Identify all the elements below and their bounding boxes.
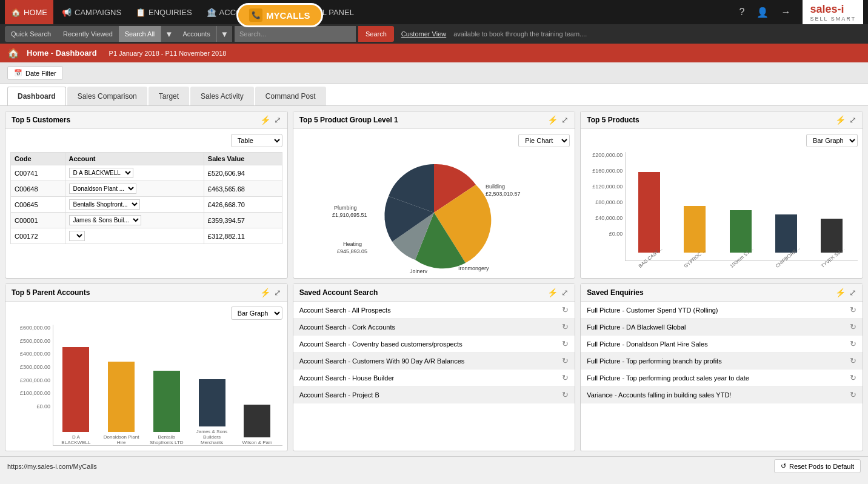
bar: CHIPBOARD T&... bbox=[765, 214, 807, 260]
saved-enquiries-pin-icon[interactable]: ⚡ bbox=[835, 288, 846, 297]
list-item[interactable]: Full Picture - Customer Spend YTD (Rolli… bbox=[581, 302, 863, 319]
account-select[interactable]: Bentalls Shopfront... bbox=[69, 199, 140, 210]
list-item[interactable]: Variance - Accounts falling in building … bbox=[581, 386, 863, 403]
refresh-icon[interactable]: ↻ bbox=[562, 390, 569, 399]
cell-account[interactable]: Donaldson Plant ... bbox=[65, 181, 204, 197]
account-select[interactable] bbox=[69, 231, 85, 241]
nav-item-campaigns[interactable]: 📢 CAMPAIGNS bbox=[56, 0, 127, 24]
list-item[interactable]: Account Search - Coventry based customer… bbox=[293, 336, 575, 353]
refresh-icon[interactable]: ↻ bbox=[850, 339, 856, 348]
logout-icon[interactable]: → bbox=[776, 7, 795, 18]
parentaccounts-pin-icon[interactable]: ⚡ bbox=[260, 288, 270, 297]
bar: D A BLACKWELL bbox=[56, 347, 96, 445]
user-icon[interactable]: 👤 bbox=[752, 7, 773, 18]
list-item[interactable]: Full Picture - Donaldson Plant Hire Sale… bbox=[581, 336, 863, 353]
list-item[interactable]: Account Search - Customers With 90 Day A… bbox=[293, 353, 575, 370]
list-item-label: Full Picture - Donaldson Plant Hire Sale… bbox=[587, 340, 707, 348]
customers-expand-icon[interactable]: ⤢ bbox=[274, 115, 281, 125]
top5-parent-accounts-pod: Top 5 Parent Accounts ⚡ ⤢ Bar Graph Pie … bbox=[5, 283, 288, 451]
refresh-icon[interactable]: ↻ bbox=[850, 305, 856, 314]
list-item[interactable]: Account Search - Project B ↻ bbox=[293, 386, 575, 403]
parentaccounts-chart-select[interactable]: Bar Graph Pie Chart Table bbox=[231, 307, 282, 320]
refresh-icon[interactable]: ↻ bbox=[562, 322, 569, 331]
y-label-6: £0.00 bbox=[609, 231, 623, 237]
training-text: available to book through the training t… bbox=[453, 30, 587, 38]
accounts-tab[interactable]: Accounts bbox=[177, 26, 216, 42]
home-icon: 🏠 bbox=[11, 8, 21, 17]
y-label-4: £80,000.00 bbox=[595, 199, 623, 205]
search-all-dropdown[interactable]: ▼ bbox=[161, 26, 176, 42]
saved-account-search-title: Saved Account Search bbox=[299, 288, 378, 297]
svg-text:£945,893.05: £945,893.05 bbox=[337, 248, 367, 254]
parentaccounts-expand-icon[interactable]: ⤢ bbox=[274, 288, 281, 297]
tab-command-post[interactable]: Command Post bbox=[255, 87, 326, 105]
accounts-dropdown[interactable]: ▼ bbox=[216, 26, 232, 42]
table-row[interactable]: C00645 Bentalls Shopfront... £426,668.70 bbox=[11, 197, 282, 213]
search-input[interactable] bbox=[235, 26, 356, 42]
breadcrumb-date: P1 January 2018 - P11 November 2018 bbox=[109, 50, 227, 57]
quick-search-tab[interactable]: Quick Search bbox=[5, 26, 57, 42]
cell-code: C00648 bbox=[11, 181, 65, 197]
reset-pods-button[interactable]: ↺ Reset Pods to Default bbox=[774, 459, 861, 473]
pa-y-6: £100,000.00 bbox=[20, 390, 50, 396]
customers-view-select[interactable]: Table Bar Graph Pie Chart bbox=[231, 134, 282, 147]
table-row[interactable]: C00741 D A BLACKWELL £520,606.94 bbox=[11, 165, 282, 181]
cell-account[interactable]: James & Sons Buil... bbox=[65, 213, 204, 228]
refresh-icon[interactable]: ↻ bbox=[562, 339, 569, 348]
tab-sales-activity[interactable]: Sales Activity bbox=[190, 87, 254, 105]
account-select[interactable]: D A BLACKWELL bbox=[69, 168, 133, 178]
saved-enquiries-expand-icon[interactable]: ⤢ bbox=[849, 288, 856, 297]
refresh-icon[interactable]: ↻ bbox=[562, 305, 569, 314]
search-all-tab[interactable]: Search All bbox=[119, 26, 161, 42]
list-item[interactable]: Full Picture - Top performing branch by … bbox=[581, 353, 863, 370]
customer-view-link[interactable]: Customer View bbox=[396, 30, 451, 38]
list-item-label: Account Search - Coventry based customer… bbox=[299, 340, 462, 348]
table-row[interactable]: C00001 James & Sons Buil... £359,394.57 bbox=[11, 213, 282, 228]
date-filter-button[interactable]: 📅 Date Filter bbox=[7, 66, 63, 80]
refresh-icon[interactable]: ↻ bbox=[562, 356, 569, 365]
list-item[interactable]: Full Picture - DA Blackwell Global ↻ bbox=[581, 319, 863, 336]
cell-value: £520,606.94 bbox=[204, 165, 282, 181]
nav-item-enquiries[interactable]: 📋 ENQUIRIES bbox=[130, 0, 198, 24]
list-item[interactable]: Full Picture - Top performing product sa… bbox=[581, 370, 863, 386]
recently-viewed-tab[interactable]: Recently Viewed bbox=[57, 26, 119, 42]
cell-account[interactable]: Bentalls Shopfront... bbox=[65, 197, 204, 213]
list-item[interactable]: Account Search - House Builder ↻ bbox=[293, 370, 575, 386]
products-pin-icon[interactable]: ⚡ bbox=[835, 115, 846, 125]
productgroup-expand-icon[interactable]: ⤢ bbox=[561, 115, 569, 125]
list-item[interactable]: Account Search - Cork Accounts ↻ bbox=[293, 319, 575, 336]
list-item-label: Full Picture - DA Blackwell Global bbox=[587, 323, 686, 331]
productgroup-pin-icon[interactable]: ⚡ bbox=[547, 115, 558, 125]
cell-account[interactable] bbox=[65, 228, 204, 244]
bar: Wilson & Pain bbox=[237, 405, 278, 445]
account-select[interactable]: Donaldson Plant ... bbox=[69, 184, 136, 194]
cell-value: £426,668.70 bbox=[204, 197, 282, 213]
y-label-2: £160,000.00 bbox=[592, 168, 623, 174]
y-label-1: £200,000.00 bbox=[592, 152, 623, 158]
refresh-icon[interactable]: ↻ bbox=[850, 356, 856, 365]
customers-pin-icon[interactable]: ⚡ bbox=[260, 115, 270, 125]
products-chart-select[interactable]: Bar Graph Pie Chart Table bbox=[806, 134, 858, 147]
saved-accounts-pin-icon[interactable]: ⚡ bbox=[547, 288, 558, 297]
saved-accounts-expand-icon[interactable]: ⤢ bbox=[561, 288, 569, 297]
nav-item-home[interactable]: 🏠 HOME bbox=[5, 0, 53, 24]
tab-target[interactable]: Target bbox=[149, 87, 189, 105]
products-expand-icon[interactable]: ⤢ bbox=[849, 115, 856, 125]
refresh-icon[interactable]: ↻ bbox=[850, 373, 856, 382]
search-button[interactable]: Search bbox=[358, 26, 394, 42]
productgroup-chart-select[interactable]: Pie Chart Bar Graph Table bbox=[518, 134, 570, 147]
refresh-icon[interactable]: ↻ bbox=[850, 390, 856, 399]
list-item[interactable]: Account Search - All Prospects ↻ bbox=[293, 302, 575, 319]
account-select[interactable]: James & Sons Buil... bbox=[69, 215, 141, 225]
tab-dashboard[interactable]: Dashboard bbox=[7, 87, 66, 105]
list-item-label: Variance - Accounts falling in building … bbox=[587, 391, 731, 399]
help-icon[interactable]: ? bbox=[735, 7, 750, 18]
table-row[interactable]: C00172 £312,882.11 bbox=[11, 228, 282, 244]
cell-account[interactable]: D A BLACKWELL bbox=[65, 165, 204, 181]
tab-sales-comparison[interactable]: Sales Comparison bbox=[67, 87, 147, 105]
refresh-icon[interactable]: ↻ bbox=[562, 373, 569, 382]
refresh-icon[interactable]: ↻ bbox=[850, 322, 856, 331]
cell-code: C00741 bbox=[11, 165, 65, 181]
table-row[interactable]: C00648 Donaldson Plant ... £463,565.68 bbox=[11, 181, 282, 197]
mycalls-badge[interactable]: 📞 MYCALLS bbox=[236, 3, 323, 27]
